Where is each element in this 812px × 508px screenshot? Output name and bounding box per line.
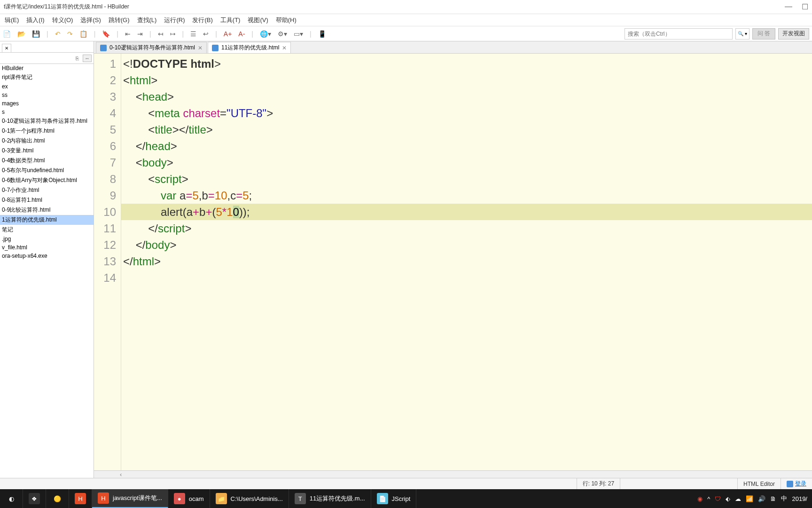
- code-content[interactable]: <!DOCTYPE html><html> <head> <meta chars…: [121, 54, 812, 470]
- format-icon[interactable]: ⇤: [125, 30, 131, 38]
- login-link[interactable]: 登录: [781, 478, 812, 489]
- system-tray[interactable]: ◉ ^ 🛡 ⬖ ☁ 📶 🔊 🗎 中 2019/: [693, 494, 812, 503]
- tree-item[interactable]: 0-2内容输出.html: [0, 136, 94, 146]
- minimize-icon[interactable]: —: [785, 2, 792, 11]
- device-icon[interactable]: ▭▾: [294, 30, 303, 38]
- indent-icon[interactable]: ⇥: [137, 30, 143, 38]
- tree-item[interactable]: mages: [0, 99, 94, 108]
- tree-item[interactable]: 0-7小作业.html: [0, 185, 94, 195]
- taskbar-app[interactable]: Hjavascript课件笔...: [92, 489, 168, 508]
- taskbar-label: ocam: [189, 495, 204, 502]
- menu-insert[interactable]: 插入(I): [23, 15, 47, 25]
- tray-volume-icon[interactable]: 🔊: [758, 495, 765, 502]
- code-editor[interactable]: 1234567891011121314 <!DOCTYPE html><html…: [94, 54, 812, 470]
- task-app-1[interactable]: ❖: [23, 489, 46, 508]
- task-app-2[interactable]: 🟡: [46, 489, 69, 508]
- taskbar-app[interactable]: 📄JScript: [371, 489, 417, 508]
- taskbar-app[interactable]: H: [69, 489, 92, 508]
- taskbar-label: 11运算符优先级.m...: [310, 494, 365, 503]
- menu-view[interactable]: 视图(V): [245, 15, 271, 25]
- editor-tab-1[interactable]: 11运算符的优先级.html ✕: [208, 42, 291, 53]
- app-icon: T: [295, 493, 306, 504]
- tree-item[interactable]: 0-5布尔与undefined.html: [0, 166, 94, 175]
- tray-battery-icon[interactable]: 🗎: [770, 495, 776, 502]
- menu-run[interactable]: 运行(R): [161, 15, 187, 25]
- search-dropdown[interactable]: 🔍 ▾: [735, 28, 750, 40]
- tray-shield-icon[interactable]: 🛡: [715, 495, 721, 502]
- tree-item[interactable]: ss: [0, 91, 94, 99]
- close-icon[interactable]: ✕: [282, 45, 287, 51]
- indent-line-icon[interactable]: ↦: [170, 30, 176, 38]
- taskbar-app[interactable]: 📁C:\Users\Adminis...: [210, 489, 289, 508]
- menu-publish[interactable]: 发行(B): [189, 15, 215, 25]
- tree-item[interactable]: 0-10逻辑运算符与条件运算符.html: [0, 116, 94, 126]
- tree-item[interactable]: s: [0, 108, 94, 116]
- editor-tabs: 0-10逻辑运算符与条件运算符.html ✕ 11运算符的优先级.html ✕: [94, 41, 812, 54]
- menu-edit[interactable]: 辑(E): [2, 15, 22, 25]
- new-file-icon[interactable]: 📄: [3, 30, 11, 38]
- search-input[interactable]: [625, 28, 733, 40]
- app-icon: H: [75, 493, 86, 504]
- font-decrease-icon[interactable]: A-: [238, 30, 245, 38]
- sidebar-mode-a[interactable]: ⎘: [74, 55, 81, 62]
- dev-view-button[interactable]: 开发视图: [778, 28, 809, 40]
- paste-icon[interactable]: 📋: [79, 30, 87, 38]
- tree-item[interactable]: 0-9比较运算符.html: [0, 205, 94, 215]
- mobile-icon[interactable]: 📱: [318, 30, 326, 38]
- comment-icon[interactable]: ☰: [190, 30, 196, 38]
- open-icon[interactable]: 📂: [17, 30, 25, 38]
- tree-item[interactable]: 0-3变量.html: [0, 146, 94, 156]
- tree-item[interactable]: 1运算符的优先级.html: [0, 215, 94, 225]
- tray-cloud-icon[interactable]: ☁: [735, 495, 741, 502]
- tray-date[interactable]: 2019/: [792, 495, 807, 502]
- tray-bluetooth-icon[interactable]: ⬖: [726, 495, 730, 502]
- save-icon[interactable]: 💾: [32, 30, 40, 38]
- tree-item[interactable]: 0-8运算符1.html: [0, 195, 94, 205]
- tree-item[interactable]: ript课件笔记: [0, 72, 94, 82]
- font-increase-icon[interactable]: A+: [224, 30, 232, 38]
- menu-find[interactable]: 查找(L): [134, 15, 160, 25]
- wrap-icon[interactable]: ↩: [203, 30, 209, 38]
- run-config-icon[interactable]: ⚙▾: [278, 30, 287, 38]
- editor-tab-0[interactable]: 0-10逻辑运算符与条件运算符.html ✕: [96, 42, 207, 53]
- tree-item[interactable]: 0-6数组Arry与对象Object.html: [0, 175, 94, 185]
- app-icon: 📄: [377, 493, 388, 504]
- editor-tab-label: 11运算符的优先级.html: [221, 44, 279, 52]
- maximize-icon[interactable]: ☐: [802, 2, 808, 11]
- start-button[interactable]: ◐: [0, 489, 23, 508]
- menu-tools[interactable]: 工具(T): [218, 15, 243, 25]
- tray-ime-icon[interactable]: 中: [781, 494, 787, 503]
- tree-item[interactable]: ora-setup-x64.exe: [0, 252, 94, 260]
- menu-goto[interactable]: 跳转(G): [106, 15, 133, 25]
- outdent-line-icon[interactable]: ↤: [158, 30, 164, 38]
- qa-button[interactable]: 问 答: [752, 28, 775, 40]
- window-title: t课件笔记/index/11运算符的优先级.html - HBuilder: [4, 3, 129, 11]
- sidebar-tab-project[interactable]: ✕: [2, 44, 11, 52]
- close-icon[interactable]: ✕: [198, 45, 203, 51]
- tree-item[interactable]: 0-4数据类型.html: [0, 156, 94, 166]
- menubar: 辑(E) 插入(I) 转义(O) 选择(S) 跳转(G) 查找(L) 运行(R)…: [0, 14, 812, 26]
- tree-item[interactable]: 笔记: [0, 225, 94, 235]
- taskbar-app[interactable]: ●ocam: [168, 489, 210, 508]
- tree-item[interactable]: v_file.html: [0, 243, 94, 252]
- tree-item[interactable]: 0-1第一个js程序.html: [0, 126, 94, 136]
- horizontal-scrollbar[interactable]: ‹: [94, 470, 812, 478]
- cursor-position: 行: 10 列: 27: [577, 478, 620, 489]
- tree-item[interactable]: ex: [0, 82, 94, 91]
- taskbar-app[interactable]: T11运算符优先级.m...: [289, 489, 371, 508]
- menu-transform[interactable]: 转义(O): [49, 15, 76, 25]
- tray-wifi-icon[interactable]: 📶: [746, 495, 753, 502]
- browser-icon[interactable]: 🌐▾: [260, 30, 271, 38]
- undo-icon[interactable]: ↶: [55, 30, 61, 38]
- file-tree[interactable]: HBuilderript课件笔记exssmagess0-10逻辑运算符与条件运算…: [0, 64, 94, 478]
- tray-record-icon[interactable]: ◉: [697, 495, 703, 502]
- redo-icon[interactable]: ↷: [67, 30, 73, 38]
- menu-select[interactable]: 选择(S): [78, 15, 103, 25]
- tree-item[interactable]: .jpg: [0, 235, 94, 243]
- bookmark-icon[interactable]: 🔖: [102, 30, 110, 38]
- editor-mode: HTML Editor: [737, 478, 781, 489]
- tray-up-icon[interactable]: ^: [707, 495, 710, 502]
- tree-item[interactable]: HBuilder: [0, 64, 94, 72]
- sidebar-mode-b[interactable]: ↔: [83, 55, 92, 62]
- menu-help[interactable]: 帮助(H): [273, 15, 299, 25]
